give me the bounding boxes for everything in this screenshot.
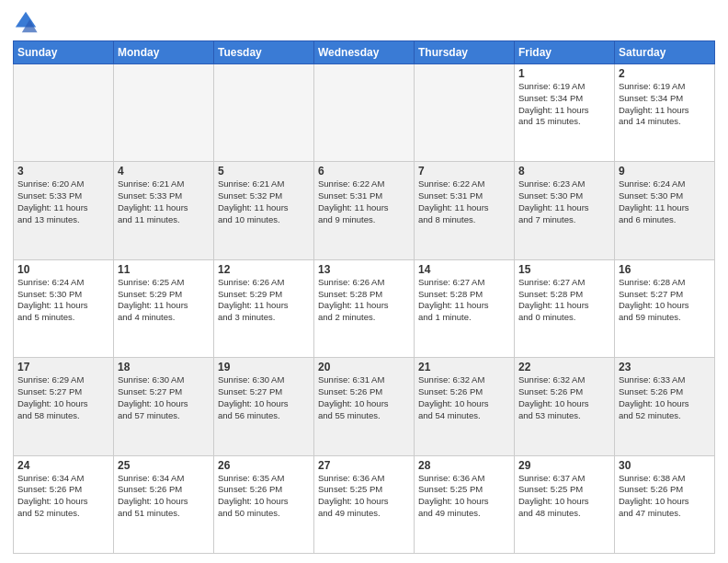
day-number: 9 (619, 165, 711, 178)
day-cell: 18Sunrise: 6:30 AM Sunset: 5:27 PM Dayli… (114, 358, 214, 455)
day-number: 5 (218, 165, 310, 178)
day-number: 23 (619, 361, 711, 373)
week-row-4: 17Sunrise: 6:29 AM Sunset: 5:27 PM Dayli… (14, 358, 715, 455)
day-number: 16 (619, 263, 711, 276)
day-cell: 26Sunrise: 6:35 AM Sunset: 5:26 PM Dayli… (214, 455, 314, 553)
day-number: 26 (218, 459, 310, 472)
day-cell: 28Sunrise: 6:36 AM Sunset: 5:25 PM Dayli… (415, 455, 515, 553)
header-row: SundayMondayTuesdayWednesdayThursdayFrid… (14, 41, 715, 64)
day-info: Sunrise: 6:38 AM Sunset: 5:26 PM Dayligh… (619, 473, 711, 520)
day-info: Sunrise: 6:30 AM Sunset: 5:27 PM Dayligh… (218, 374, 310, 421)
day-cell: 2Sunrise: 6:19 AM Sunset: 5:34 PM Daylig… (615, 64, 715, 162)
day-number: 11 (118, 263, 210, 276)
day-cell: 11Sunrise: 6:25 AM Sunset: 5:29 PM Dayli… (114, 259, 214, 357)
day-cell: 12Sunrise: 6:26 AM Sunset: 5:29 PM Dayli… (214, 259, 314, 357)
day-number: 20 (318, 361, 410, 373)
day-number: 4 (118, 165, 210, 178)
day-info: Sunrise: 6:24 AM Sunset: 5:30 PM Dayligh… (619, 178, 711, 225)
day-info: Sunrise: 6:36 AM Sunset: 5:25 PM Dayligh… (318, 473, 410, 520)
day-info: Sunrise: 6:36 AM Sunset: 5:25 PM Dayligh… (418, 473, 510, 520)
day-number: 18 (118, 361, 210, 373)
day-cell: 30Sunrise: 6:38 AM Sunset: 5:26 PM Dayli… (615, 455, 715, 553)
header (13, 9, 715, 35)
col-header-friday: Friday (515, 41, 615, 64)
day-info: Sunrise: 6:22 AM Sunset: 5:31 PM Dayligh… (418, 178, 510, 225)
day-info: Sunrise: 6:28 AM Sunset: 5:27 PM Dayligh… (619, 277, 711, 324)
day-cell: 24Sunrise: 6:34 AM Sunset: 5:26 PM Dayli… (14, 455, 114, 553)
day-number: 12 (218, 263, 310, 276)
day-cell: 17Sunrise: 6:29 AM Sunset: 5:27 PM Dayli… (14, 358, 114, 455)
col-header-thursday: Thursday (415, 41, 515, 64)
logo (13, 9, 42, 35)
day-cell: 20Sunrise: 6:31 AM Sunset: 5:26 PM Dayli… (314, 358, 415, 455)
week-row-1: 1Sunrise: 6:19 AM Sunset: 5:34 PM Daylig… (14, 64, 715, 162)
logo-icon (13, 9, 39, 35)
day-info: Sunrise: 6:32 AM Sunset: 5:26 PM Dayligh… (518, 374, 610, 421)
day-number: 7 (418, 165, 510, 178)
calendar-table: SundayMondayTuesdayWednesdayThursdayFrid… (13, 40, 715, 554)
day-cell: 27Sunrise: 6:36 AM Sunset: 5:25 PM Dayli… (314, 455, 415, 553)
day-cell: 21Sunrise: 6:32 AM Sunset: 5:26 PM Dayli… (415, 358, 515, 455)
day-cell: 23Sunrise: 6:33 AM Sunset: 5:26 PM Dayli… (615, 358, 715, 455)
day-number: 24 (17, 459, 109, 472)
day-info: Sunrise: 6:21 AM Sunset: 5:33 PM Dayligh… (118, 178, 210, 225)
day-info: Sunrise: 6:26 AM Sunset: 5:28 PM Dayligh… (318, 277, 410, 324)
day-cell: 10Sunrise: 6:24 AM Sunset: 5:30 PM Dayli… (14, 259, 114, 357)
day-cell: 3Sunrise: 6:20 AM Sunset: 5:33 PM Daylig… (14, 162, 114, 259)
day-cell (114, 64, 214, 162)
day-info: Sunrise: 6:24 AM Sunset: 5:30 PM Dayligh… (17, 277, 109, 324)
day-number: 6 (318, 165, 410, 178)
day-info: Sunrise: 6:23 AM Sunset: 5:30 PM Dayligh… (518, 178, 610, 225)
day-number: 21 (418, 361, 510, 373)
day-cell: 5Sunrise: 6:21 AM Sunset: 5:32 PM Daylig… (214, 162, 314, 259)
day-number: 25 (118, 459, 210, 472)
day-cell: 6Sunrise: 6:22 AM Sunset: 5:31 PM Daylig… (314, 162, 415, 259)
day-number: 10 (17, 263, 109, 276)
col-header-saturday: Saturday (615, 41, 715, 64)
week-row-5: 24Sunrise: 6:34 AM Sunset: 5:26 PM Dayli… (14, 455, 715, 553)
day-cell (415, 64, 515, 162)
day-cell: 13Sunrise: 6:26 AM Sunset: 5:28 PM Dayli… (314, 259, 415, 357)
day-info: Sunrise: 6:37 AM Sunset: 5:25 PM Dayligh… (518, 473, 610, 520)
day-info: Sunrise: 6:19 AM Sunset: 5:34 PM Dayligh… (619, 81, 711, 128)
day-info: Sunrise: 6:19 AM Sunset: 5:34 PM Dayligh… (518, 81, 610, 128)
day-cell: 1Sunrise: 6:19 AM Sunset: 5:34 PM Daylig… (515, 64, 615, 162)
day-number: 17 (17, 361, 109, 373)
day-cell (314, 64, 415, 162)
day-number: 14 (418, 263, 510, 276)
day-cell (214, 64, 314, 162)
page: SundayMondayTuesdayWednesdayThursdayFrid… (0, 0, 728, 563)
week-row-3: 10Sunrise: 6:24 AM Sunset: 5:30 PM Dayli… (14, 259, 715, 357)
day-cell: 15Sunrise: 6:27 AM Sunset: 5:28 PM Dayli… (515, 259, 615, 357)
day-cell: 4Sunrise: 6:21 AM Sunset: 5:33 PM Daylig… (114, 162, 214, 259)
day-info: Sunrise: 6:21 AM Sunset: 5:32 PM Dayligh… (218, 178, 310, 225)
day-number: 3 (17, 165, 109, 178)
col-header-monday: Monday (114, 41, 214, 64)
day-cell: 14Sunrise: 6:27 AM Sunset: 5:28 PM Dayli… (415, 259, 515, 357)
day-number: 1 (518, 67, 610, 80)
day-cell: 25Sunrise: 6:34 AM Sunset: 5:26 PM Dayli… (114, 455, 214, 553)
day-info: Sunrise: 6:30 AM Sunset: 5:27 PM Dayligh… (118, 374, 210, 421)
day-cell: 7Sunrise: 6:22 AM Sunset: 5:31 PM Daylig… (415, 162, 515, 259)
day-info: Sunrise: 6:27 AM Sunset: 5:28 PM Dayligh… (418, 277, 510, 324)
day-number: 27 (318, 459, 410, 472)
day-info: Sunrise: 6:35 AM Sunset: 5:26 PM Dayligh… (218, 473, 310, 520)
week-row-2: 3Sunrise: 6:20 AM Sunset: 5:33 PM Daylig… (14, 162, 715, 259)
day-number: 15 (518, 263, 610, 276)
day-number: 22 (518, 361, 610, 373)
day-cell (14, 64, 114, 162)
day-info: Sunrise: 6:27 AM Sunset: 5:28 PM Dayligh… (518, 277, 610, 324)
col-header-tuesday: Tuesday (214, 41, 314, 64)
day-info: Sunrise: 6:33 AM Sunset: 5:26 PM Dayligh… (619, 374, 711, 421)
day-number: 28 (418, 459, 510, 472)
day-info: Sunrise: 6:31 AM Sunset: 5:26 PM Dayligh… (318, 374, 410, 421)
day-cell: 22Sunrise: 6:32 AM Sunset: 5:26 PM Dayli… (515, 358, 615, 455)
day-number: 8 (518, 165, 610, 178)
day-number: 29 (518, 459, 610, 472)
day-number: 2 (619, 67, 711, 80)
day-info: Sunrise: 6:22 AM Sunset: 5:31 PM Dayligh… (318, 178, 410, 225)
day-number: 19 (218, 361, 310, 373)
day-info: Sunrise: 6:34 AM Sunset: 5:26 PM Dayligh… (118, 473, 210, 520)
day-cell: 19Sunrise: 6:30 AM Sunset: 5:27 PM Dayli… (214, 358, 314, 455)
day-info: Sunrise: 6:25 AM Sunset: 5:29 PM Dayligh… (118, 277, 210, 324)
